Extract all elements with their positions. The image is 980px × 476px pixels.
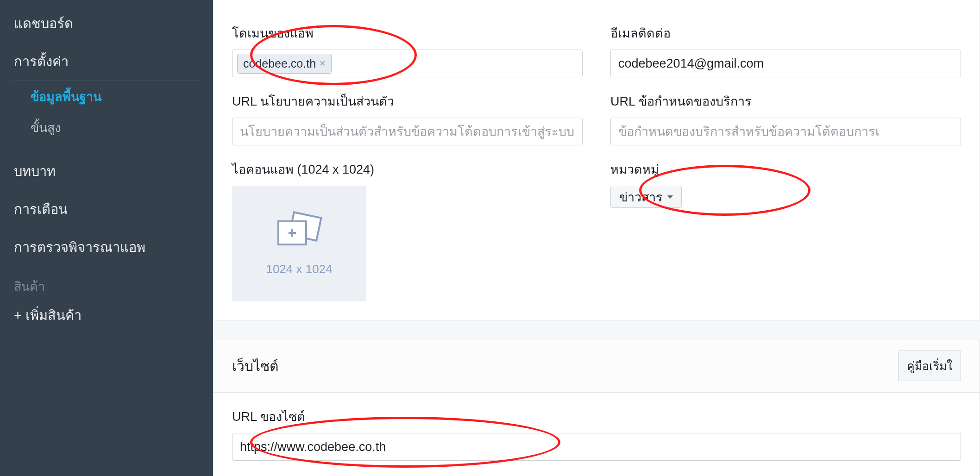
site-url-input[interactable] — [232, 433, 961, 461]
contact-email-input[interactable] — [610, 50, 961, 77]
privacy-url-input[interactable] — [232, 118, 583, 145]
sidebar-label: บทบาท — [14, 164, 56, 179]
tos-url-input[interactable] — [610, 118, 961, 145]
site-url-label: URL ของไซต์ — [232, 407, 961, 426]
app-domain-input[interactable]: codebee.co.th × — [232, 50, 583, 77]
sidebar-item-settings[interactable]: การตั้งค่า — [0, 43, 213, 81]
app-domain-tag[interactable]: codebee.co.th × — [237, 54, 332, 74]
sidebar-label: ข้อมูลพื้นฐาน — [31, 90, 101, 104]
sidebar-label: แดชบอร์ด — [14, 16, 73, 31]
website-panel-body: URL ของไซต์ — [214, 407, 980, 476]
remove-tag-icon[interactable]: × — [320, 57, 326, 69]
category-label: หมวดหมู่ — [610, 159, 961, 179]
sidebar-label: + เพิ่มสินค้า — [14, 308, 82, 323]
app-icon-dimensions: 1024 x 1024 — [266, 262, 332, 276]
panel-body: โดเมนของแอพ codebee.co.th × อีเมลติดต่อ — [214, 0, 980, 320]
sidebar-item-appreview[interactable]: การตรวจพิจารณาแอพ — [0, 228, 213, 266]
privacy-url-label: URL นโยบายความเป็นส่วนตัว — [232, 91, 583, 111]
sidebar-subitem-basic[interactable]: ข้อมูลพื้นฐาน — [0, 81, 213, 112]
sidebar-item-roles[interactable]: บทบาท — [0, 152, 213, 190]
sidebar-label: การตั้งค่า — [14, 54, 69, 69]
app-icon-label: ไอคอนแอพ (1024 x 1024) — [232, 159, 583, 179]
sidebar-item-add-product[interactable]: + เพิ่มสินค้า — [0, 302, 213, 334]
category-select[interactable]: ข่าวสาร — [610, 186, 682, 208]
app-icon-uploader[interactable]: 1024 x 1024 — [232, 186, 366, 301]
contact-email-label: อีเมลติดต่อ — [610, 23, 961, 43]
content-area: โดเมนของแอพ codebee.co.th × อีเมลติดต่อ — [213, 0, 980, 476]
sidebar-subitem-advanced[interactable]: ขั้นสูง — [0, 112, 213, 143]
app-domain-label: โดเมนของแอพ — [232, 23, 583, 43]
sidebar-section-products: สินค้า — [0, 266, 213, 302]
chevron-down-icon — [667, 195, 673, 199]
website-panel-header: เว็บไซต์ คู่มือเริ่มใ — [214, 339, 980, 393]
website-panel-title: เว็บไซต์ — [232, 355, 278, 377]
category-value: ข่าวสาร — [619, 187, 663, 207]
sidebar-item-dashboard[interactable]: แดชบอร์ด — [0, 5, 213, 43]
sidebar-label: การตรวจพิจารณาแอพ — [14, 240, 145, 255]
sidebar-item-alerts[interactable]: การเตือน — [0, 190, 213, 228]
quickstart-guide-button[interactable]: คู่มือเริ่มใ — [898, 351, 961, 381]
sidebar-label: การเตือน — [14, 202, 68, 217]
settings-panel: โดเมนของแอพ codebee.co.th × อีเมลติดต่อ — [213, 0, 980, 320]
tag-text: codebee.co.th — [243, 57, 316, 70]
sidebar: แดชบอร์ด การตั้งค่า ข้อมูลพื้นฐาน ขั้นสู… — [0, 0, 213, 476]
website-panel: เว็บไซต์ คู่มือเริ่มใ URL ของไซต์ — [213, 339, 980, 476]
sidebar-label: ขั้นสูง — [31, 121, 61, 135]
photo-placeholder-icon — [274, 211, 325, 253]
tos-url-label: URL ข้อกำหนดของบริการ — [610, 91, 961, 111]
